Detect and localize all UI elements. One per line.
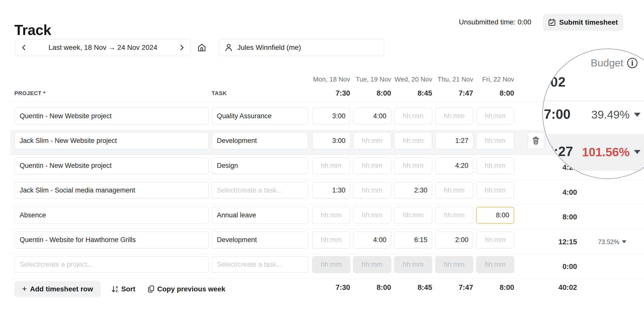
budget-percent: 39.49% <box>591 108 630 121</box>
copy-previous-week-button[interactable]: Copy previous week <box>146 283 227 295</box>
task-input[interactable] <box>212 256 308 273</box>
day-label: Fri, 22 Nov <box>459 75 514 83</box>
time-input-wed[interactable] <box>394 132 432 149</box>
row-total: 12:15 <box>558 238 577 246</box>
task-input[interactable] <box>212 182 308 199</box>
time-input-thu[interactable] <box>435 231 473 248</box>
time-input-wed[interactable] <box>394 256 432 273</box>
row-total: 8:00 <box>562 213 577 221</box>
budget-percent: 101.56% <box>582 145 630 159</box>
task-input[interactable] <box>212 207 308 224</box>
project-input[interactable] <box>14 108 209 125</box>
info-icon[interactable]: i <box>627 58 637 68</box>
project-input[interactable] <box>14 207 209 224</box>
project-input[interactable] <box>14 231 209 248</box>
time-input-wed[interactable] <box>394 157 432 174</box>
calendar-check-icon <box>548 19 556 26</box>
time-input-mon[interactable] <box>312 256 350 273</box>
caret-down-icon <box>634 113 640 117</box>
time-input-fri[interactable] <box>476 132 514 149</box>
loupe-row1-budget[interactable]: 39.49% <box>591 108 640 122</box>
loupe-week-total-fragment: 02 <box>550 74 566 90</box>
project-input[interactable] <box>14 182 209 199</box>
time-input-tue[interactable] <box>353 207 391 224</box>
time-input-fri[interactable] <box>476 256 514 273</box>
time-input-mon[interactable] <box>312 231 350 248</box>
task-input[interactable] <box>212 157 308 174</box>
time-input-wed[interactable] <box>394 108 432 125</box>
svg-text:Z: Z <box>116 289 118 293</box>
delete-row-button[interactable] <box>528 132 544 149</box>
week-total: 40:02 <box>558 283 577 292</box>
time-input-mon[interactable] <box>312 182 350 199</box>
trash-icon <box>532 137 540 145</box>
time-input-mon[interactable] <box>312 132 350 149</box>
time-input-fri[interactable] <box>476 157 514 174</box>
plus-icon: + <box>22 284 27 294</box>
time-input-fri[interactable] <box>476 231 514 248</box>
svg-text:A: A <box>116 285 118 289</box>
time-input-mon[interactable] <box>312 157 350 174</box>
task-input[interactable] <box>212 132 308 149</box>
row-budget-percent[interactable]: 73.52% <box>598 238 626 245</box>
person-name: Jules Winnfield (me) <box>237 44 301 52</box>
timesheet-row: 4:20 <box>10 155 644 180</box>
sort-label: Sort <box>121 285 135 293</box>
time-input-tue[interactable] <box>353 231 391 248</box>
task-column-header: TASK <box>212 90 227 97</box>
caret-down-icon <box>622 240 626 243</box>
time-input-thu[interactable] <box>435 157 473 174</box>
time-input-wed[interactable] <box>394 207 432 224</box>
time-input-mon[interactable] <box>312 207 350 224</box>
sort-button[interactable]: AZ Sort <box>110 283 137 295</box>
budget-header-label: Budget <box>591 57 623 69</box>
time-input-tue[interactable] <box>353 182 391 199</box>
week-range-label[interactable]: Last week, 18 Nov → 24 Nov 2024 <box>15 39 191 56</box>
time-input-thu[interactable] <box>435 256 473 273</box>
submit-timesheet-label: Submit timesheet <box>559 18 618 26</box>
add-timesheet-row-label: Add timesheet row <box>30 285 93 293</box>
loupe-row2-budget[interactable]: 101.56% <box>582 145 641 159</box>
day-header: Fri, 22 Nov8:00 <box>459 75 514 97</box>
row-total: 4:00 <box>562 188 577 196</box>
time-input-wed[interactable] <box>394 231 432 248</box>
copy-icon <box>147 285 155 293</box>
submit-timesheet-button[interactable]: Submit timesheet <box>543 14 623 31</box>
task-input[interactable] <box>212 108 308 125</box>
time-input-fri[interactable] <box>476 182 514 199</box>
time-input-fri[interactable] <box>476 108 514 125</box>
home-icon <box>197 43 207 52</box>
time-input-wed[interactable] <box>394 182 432 199</box>
time-input-thu[interactable] <box>435 182 473 199</box>
person-selector[interactable]: Jules Winnfield (me) <box>219 39 384 56</box>
time-input-thu[interactable] <box>435 108 473 125</box>
loupe-divider <box>543 101 644 101</box>
time-input-thu[interactable] <box>435 132 473 149</box>
timesheet-row: 12:1573.52% <box>10 229 644 254</box>
week-navigator: Last week, 18 Nov → 24 Nov 2024 <box>15 39 191 56</box>
row-total: 0:00 <box>562 262 577 270</box>
day-total-footer: 8:00 <box>459 283 514 292</box>
task-input[interactable] <box>212 231 308 248</box>
time-input-fri[interactable] <box>476 207 514 224</box>
time-input-tue[interactable] <box>353 108 391 125</box>
add-timesheet-row-button[interactable]: + Add timesheet row <box>14 281 101 297</box>
time-input-mon[interactable] <box>312 108 350 125</box>
chevron-right-icon <box>179 45 185 51</box>
page-title: Track <box>14 22 51 38</box>
project-input[interactable] <box>14 157 209 174</box>
day-total: 8:00 <box>459 89 514 97</box>
project-column-header: PROJECT * <box>14 90 46 97</box>
time-input-thu[interactable] <box>435 207 473 224</box>
time-input-tue[interactable] <box>353 256 391 273</box>
timesheet-row: 4:00 <box>10 180 644 205</box>
time-input-tue[interactable] <box>353 157 391 174</box>
project-input[interactable] <box>14 132 209 149</box>
next-week-button[interactable] <box>173 39 191 56</box>
unsubmitted-time-label: Unsubmitted time: 0:00 <box>459 18 531 26</box>
project-input[interactable] <box>14 256 209 273</box>
caret-down-icon <box>634 150 640 154</box>
loupe-budget-header: Budget i <box>591 57 637 69</box>
time-input-tue[interactable] <box>353 132 391 149</box>
current-week-home-button[interactable] <box>196 42 208 54</box>
